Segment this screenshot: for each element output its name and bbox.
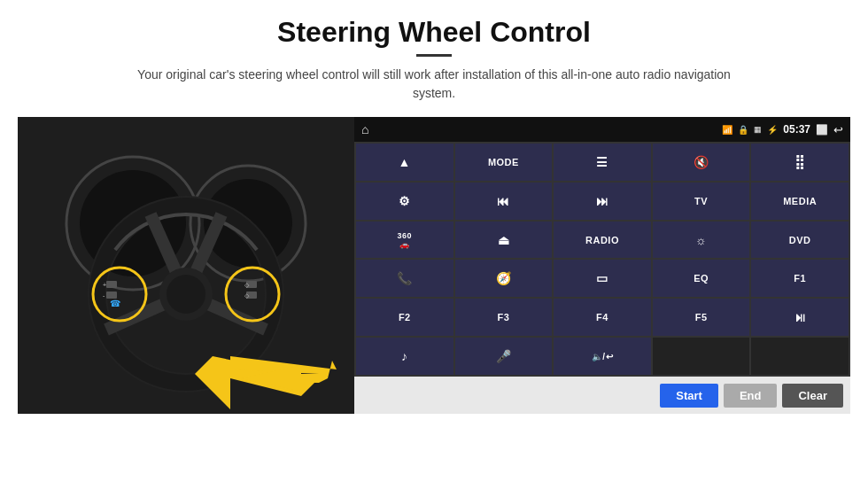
status-bar: ⌂ 📶 🔒 ▦ ⚡ 05:37 ⬜ ↩ xyxy=(354,117,850,142)
mute-btn[interactable]: 🔇 xyxy=(653,144,750,181)
f1-btn[interactable]: F1 xyxy=(751,260,849,297)
lock-icon: 🔒 xyxy=(738,125,748,135)
content-row: 140 5 xyxy=(18,117,850,414)
call-btn[interactable]: 📞 xyxy=(356,260,453,297)
empty1-btn xyxy=(653,338,750,375)
screen-btn[interactable]: ▭ xyxy=(554,260,651,297)
bt-icon: ⚡ xyxy=(767,125,778,135)
mic-btn[interactable]: 🎤 xyxy=(455,338,553,375)
wifi-icon: 📶 xyxy=(722,125,732,135)
play-pause-btn[interactable]: ⏯ xyxy=(751,299,849,336)
button-grid: ▲ MODE ☰ 🔇 ⣿ ⚙ ⏮ ⏭ TV MEDIA 360🚗 ⏏ RADIO… xyxy=(354,142,850,377)
menu-btn[interactable]: ☰ xyxy=(554,144,651,181)
navigate-btn[interactable]: ▲ xyxy=(356,144,453,181)
end-button[interactable]: End xyxy=(724,384,778,408)
status-right: 📶 🔒 ▦ ⚡ 05:37 ⬜ ↩ xyxy=(722,123,843,136)
brightness-btn[interactable]: ☼ xyxy=(653,222,750,259)
media-btn[interactable]: MEDIA xyxy=(751,183,849,220)
svg-rect-18 xyxy=(106,292,117,299)
eq-btn[interactable]: EQ xyxy=(653,260,750,297)
apps-btn[interactable]: ⣿ xyxy=(751,144,849,181)
bottom-bar: Start End Clear xyxy=(354,377,850,414)
next-btn[interactable]: ⏭ xyxy=(554,183,651,220)
eject-btn[interactable]: ⏏ xyxy=(455,222,553,259)
empty2-btn xyxy=(751,338,849,375)
settings-btn[interactable]: ⚙ xyxy=(356,183,453,220)
dvd-btn[interactable]: DVD xyxy=(751,222,849,259)
volume-back-btn[interactable]: 🔈/↩ xyxy=(554,338,651,375)
music-btn[interactable]: ♪ xyxy=(356,338,453,375)
f3-btn[interactable]: F3 xyxy=(455,299,553,336)
svg-point-15 xyxy=(167,275,205,314)
f5-btn[interactable]: F5 xyxy=(653,299,750,336)
steering-image: 140 5 xyxy=(18,117,354,414)
prev-btn[interactable]: ⏮ xyxy=(455,183,553,220)
svg-text:☎: ☎ xyxy=(110,299,120,308)
sd-icon: ▦ xyxy=(754,125,762,134)
back-icon[interactable]: ↩ xyxy=(833,123,843,136)
nav-btn[interactable]: 🧭 xyxy=(455,260,553,297)
f4-btn[interactable]: F4 xyxy=(554,299,651,336)
window-icon[interactable]: ⬜ xyxy=(816,124,828,136)
start-button[interactable]: Start xyxy=(660,384,718,408)
page-wrapper: Steering Wheel Control Your original car… xyxy=(0,0,868,482)
page-title: Steering Wheel Control xyxy=(277,16,591,49)
title-divider xyxy=(416,54,452,57)
svg-text:+: + xyxy=(103,282,106,288)
clear-button[interactable]: Clear xyxy=(782,384,843,408)
status-left: ⌂ xyxy=(361,122,368,136)
mode-btn[interactable]: MODE xyxy=(455,144,553,181)
tv-btn[interactable]: TV xyxy=(653,183,750,220)
page-subtitle: Your original car's steering wheel contr… xyxy=(124,66,744,103)
home-icon[interactable]: ⌂ xyxy=(361,122,368,136)
radio-btn[interactable]: RADIO xyxy=(554,222,651,259)
f2-btn[interactable]: F2 xyxy=(356,299,453,336)
svg-rect-17 xyxy=(106,281,117,288)
control-panel: ⌂ 📶 🔒 ▦ ⚡ 05:37 ⬜ ↩ ▲ MODE ☰ 🔇 xyxy=(354,117,850,414)
camera360-btn[interactable]: 360🚗 xyxy=(356,222,453,259)
time-display: 05:37 xyxy=(783,123,810,136)
